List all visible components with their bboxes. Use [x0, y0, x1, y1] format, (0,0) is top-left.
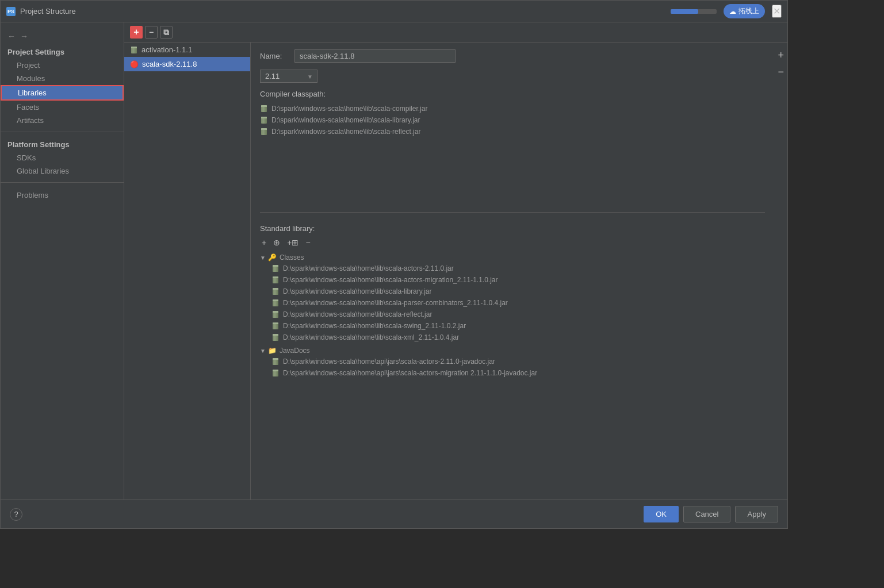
sidebar-divider2 [1, 182, 124, 183]
add-classpath-button[interactable]: + [776, 48, 785, 63]
jar-icon [271, 310, 280, 318]
sidebar-item-global-libraries[interactable]: Global Libraries [1, 164, 124, 178]
list-toolbar: + − ⧉ [124, 22, 787, 43]
footer: ? OK Cancel Apply [1, 499, 787, 528]
classpath-path: D:\spark\windows-scala\home\lib\scala-co… [271, 105, 427, 113]
jar-icon [271, 358, 280, 366]
sidebar-item-project[interactable]: Project [1, 59, 124, 72]
classes-tree-item: ▼ 🔑 Classes [260, 252, 765, 263]
main-panel: + − ⧉ activation-1.1.1 🔴 scala-sdk-2.11.… [124, 22, 787, 499]
list-item-label: activation-1.1.1 [141, 45, 192, 54]
compiler-classpath-label: Compiler classpath: [260, 90, 765, 98]
classpath-path: D:\spark\windows-scala\home\lib\scala-li… [271, 116, 420, 124]
copy-library-button[interactable]: ⧉ [160, 26, 173, 39]
forward-button[interactable]: → [18, 30, 30, 42]
std-remove-button[interactable]: − [304, 237, 312, 248]
sidebar-item-modules[interactable]: Modules [1, 72, 124, 85]
right-detail: Name: 2.11 2.12 2.13 [251, 43, 774, 499]
class-file-item: D:\spark\windows-scala\home\lib\scala-ac… [271, 263, 765, 274]
std-add-jar-button[interactable]: +⊞ [285, 237, 300, 248]
key-icon: 🔑 [268, 253, 277, 262]
class-path: D:\spark\windows-scala\home\lib\scala-pa… [283, 299, 508, 307]
javadocs-tree-item: ▼ 📁 JavaDocs [260, 345, 765, 356]
library-list: activation-1.1.1 🔴 scala-sdk-2.11.8 [124, 43, 251, 499]
scala-icon: 🔴 [130, 60, 139, 68]
arrow-icon: ▼ [260, 348, 266, 354]
ok-button[interactable]: OK [644, 506, 679, 522]
project-structure-dialog: PS Project Structure ☁ 拓线上 ✕ ← → Project… [0, 0, 788, 529]
class-file-item: D:\spark\windows-scala\home\lib\scala-ac… [271, 274, 765, 286]
list-item[interactable]: activation-1.1.1 [124, 43, 250, 57]
titlebar: PS Project Structure ☁ 拓线上 ✕ [1, 1, 787, 22]
version-select[interactable]: 2.11 2.12 2.13 [260, 70, 317, 83]
sidebar-item-sdks[interactable]: SDKs [1, 151, 124, 164]
jar-icon [271, 299, 280, 307]
jar-icon [260, 128, 268, 136]
arrow-icon: ▼ [260, 255, 266, 261]
cancel-button[interactable]: Cancel [683, 506, 730, 522]
jar-icon [271, 287, 280, 295]
remove-library-button[interactable]: − [145, 26, 158, 39]
classes-label: Classes [280, 253, 304, 262]
sidebar-item-libraries[interactable]: Libraries [1, 85, 124, 101]
javadocs-children: D:\spark\windows-scala\home\api\jars\sca… [260, 356, 765, 379]
dialog-title: Project Structure [20, 7, 76, 16]
javadoc-path: D:\spark\windows-scala\home\api\jars\sca… [283, 369, 537, 377]
compiler-classpath-list: D:\spark\windows-scala\home\lib\scala-co… [260, 103, 765, 137]
classes-children: D:\spark\windows-scala\home\lib\scala-ac… [260, 263, 765, 343]
jar-icon [130, 46, 138, 54]
name-input[interactable] [294, 49, 456, 63]
cloud-icon: ☁ [729, 7, 736, 16]
javadocs-label: JavaDocs [280, 347, 310, 355]
classpath-item: D:\spark\windows-scala\home\lib\scala-co… [260, 103, 765, 114]
javadoc-file-item: D:\spark\windows-scala\home\api\jars\sca… [271, 367, 765, 379]
class-path: D:\spark\windows-scala\home\lib\scala-sw… [283, 322, 466, 330]
sidebar: ← → Project Settings Project Modules Lib… [1, 22, 124, 499]
close-button[interactable]: ✕ [772, 5, 782, 18]
app-icon: PS [6, 7, 16, 16]
version-field-row: 2.11 2.12 2.13 [260, 70, 765, 83]
cloud-button[interactable]: ☁ 拓线上 [724, 4, 765, 18]
javadoc-path: D:\spark\windows-scala\home\api\jars\sca… [283, 358, 495, 366]
list-item-selected-label: scala-sdk-2.11.8 [142, 60, 197, 68]
std-toolbar: + ⊕ +⊞ − [260, 237, 765, 248]
std-add-module-button[interactable]: ⊕ [271, 237, 282, 248]
sidebar-item-artifacts[interactable]: Artifacts [1, 114, 124, 127]
add-library-button[interactable]: + [130, 26, 143, 39]
javadoc-file-item: D:\spark\windows-scala\home\api\jars\sca… [271, 356, 765, 367]
class-file-item: D:\spark\windows-scala\home\lib\scala-sw… [271, 320, 765, 332]
folder-icon: 📁 [268, 347, 277, 355]
jar-icon [271, 333, 280, 341]
sidebar-nav: ← → [1, 28, 124, 44]
apply-button[interactable]: Apply [735, 506, 778, 522]
back-button[interactable]: ← [5, 30, 18, 42]
progress-bar [671, 9, 717, 14]
list-item-selected[interactable]: 🔴 scala-sdk-2.11.8 [124, 57, 250, 71]
spacer [260, 137, 765, 206]
jar-icon [260, 105, 268, 113]
remove-classpath-button[interactable]: − [776, 65, 785, 79]
detail-area: Name: 2.11 2.12 2.13 [251, 43, 787, 499]
progress-fill [671, 9, 698, 14]
right-buttons: + − [774, 43, 787, 499]
cloud-btn-label: 拓线上 [738, 6, 759, 16]
sidebar-item-facets[interactable]: Facets [1, 101, 124, 114]
jar-icon [271, 264, 280, 272]
class-path: D:\spark\windows-scala\home\lib\scala-li… [283, 287, 432, 295]
help-button[interactable]: ? [10, 508, 22, 521]
classpath-item: D:\spark\windows-scala\home\lib\scala-li… [260, 114, 765, 126]
split-content: activation-1.1.1 🔴 scala-sdk-2.11.8 Name… [124, 43, 787, 499]
jar-icon [271, 276, 280, 284]
name-label: Name: [260, 52, 289, 60]
platform-settings-section: Platform Settings [1, 137, 124, 151]
classpath-path: D:\spark\windows-scala\home\lib\scala-re… [271, 128, 420, 136]
separator [260, 212, 765, 213]
standard-library-section: Standard library: + ⊕ +⊞ − ▼ 🔑 [260, 224, 765, 379]
std-add-button[interactable]: + [260, 237, 268, 248]
sidebar-item-problems[interactable]: Problems [1, 187, 124, 202]
class-path: D:\spark\windows-scala\home\lib\scala-re… [283, 310, 432, 318]
classpath-item: D:\spark\windows-scala\home\lib\scala-re… [260, 126, 765, 137]
class-path: D:\spark\windows-scala\home\lib\scala-ac… [283, 264, 454, 272]
class-file-item: D:\spark\windows-scala\home\lib\scala-xm… [271, 332, 765, 343]
sidebar-divider [1, 132, 124, 132]
